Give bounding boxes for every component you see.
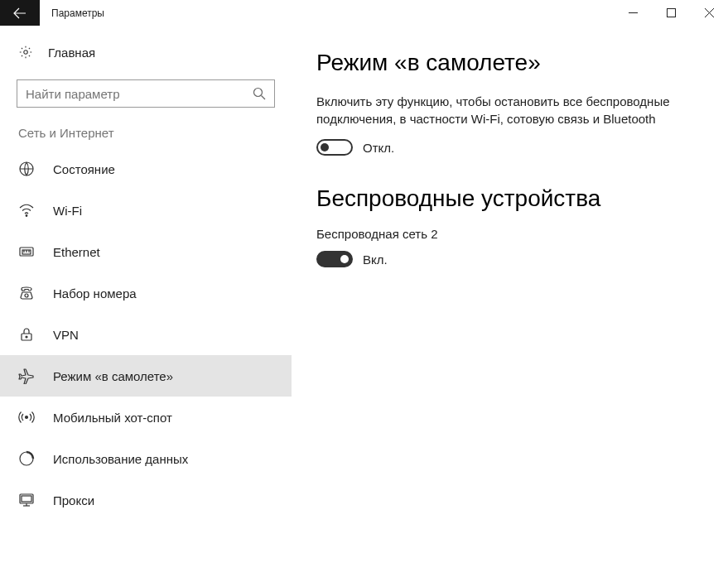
airplane-description: Включить эту функцию, чтобы остановить в… [316,93,689,127]
sidebar: Главная Сеть и Интернет Состояние Wi-Fi [0,26,292,577]
wireless-toggle-label: Вкл. [363,252,388,267]
toggle-knob [340,255,349,263]
sidebar-item-label: Использование данных [53,452,188,466]
main-content: Режим «в самолете» Включить эту функцию,… [292,26,728,577]
sidebar-home[interactable]: Главная [0,36,292,68]
svg-point-5 [254,89,263,97]
sidebar-item-label: Прокси [53,493,94,507]
sidebar-item-dialup[interactable]: Набор номера [0,272,292,314]
dialup-icon [18,285,35,301]
sidebar-item-status[interactable]: Состояние [0,148,292,190]
svg-rect-1 [667,9,675,17]
sidebar-item-label: Мобильный хот-спот [53,411,172,425]
minimize-icon [629,8,638,17]
sidebar-home-label: Главная [48,46,95,60]
sidebar-item-vpn[interactable]: VPN [0,314,292,355]
svg-line-6 [262,96,266,100]
sidebar-item-label: Набор номера [53,286,137,301]
sidebar-item-label: Ethernet [53,245,100,259]
svg-point-4 [24,50,28,55]
page-heading: Режим «в самолете» [316,50,695,76]
airplane-mode-toggle[interactable] [316,139,353,156]
arrow-left-icon [13,7,27,20]
wireless-heading: Беспроводные устройства [316,185,695,212]
search-icon [253,87,266,100]
maximize-icon [667,8,676,17]
sidebar-category: Сеть и Интернет [0,108,292,148]
minimize-button[interactable] [614,0,652,26]
gear-icon [18,45,33,60]
toggle-knob [321,143,329,151]
close-button[interactable] [690,0,728,26]
wireless-device-label: Беспроводная сеть 2 [316,227,695,241]
sidebar-item-label: VPN [53,328,79,342]
sidebar-item-wifi[interactable]: Wi-Fi [0,190,292,231]
airplane-icon [18,368,35,384]
wifi-icon [18,202,35,219]
titlebar: Параметры [0,0,728,26]
window-controls [614,0,728,26]
wireless-toggle[interactable] [316,251,353,267]
ethernet-icon [18,243,35,260]
svg-rect-20 [22,496,31,502]
sidebar-item-label: Состояние [53,162,115,176]
back-button[interactable] [0,0,40,26]
close-icon [705,8,714,17]
sidebar-item-ethernet[interactable]: Ethernet [0,231,292,272]
svg-point-17 [26,416,28,419]
sidebar-item-label: Wi-Fi [53,204,82,218]
status-icon [18,161,35,177]
sidebar-item-proxy[interactable]: Прокси [0,479,292,521]
vpn-icon [18,326,35,343]
window-title: Параметры [40,0,614,26]
search-field[interactable] [26,87,253,101]
airplane-toggle-label: Откл. [363,141,394,155]
sidebar-item-hotspot[interactable]: Мобильный хот-спот [0,397,292,438]
search-input[interactable] [17,79,275,108]
sidebar-item-datausage[interactable]: Использование данных [0,438,292,479]
datausage-icon [18,450,35,467]
maximize-button[interactable] [652,0,690,26]
svg-point-16 [26,336,27,338]
proxy-icon [18,492,35,508]
hotspot-icon [18,409,35,426]
sidebar-item-airplane[interactable]: Режим «в самолете» [0,355,292,397]
sidebar-item-label: Режим «в самолете» [53,369,173,383]
svg-point-8 [26,215,27,217]
svg-point-14 [25,294,28,297]
